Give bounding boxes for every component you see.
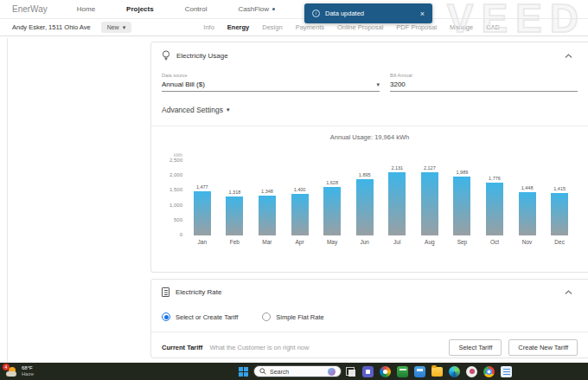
notification-badge: 4: [3, 364, 10, 370]
usage-bar: [291, 194, 309, 235]
bar-value-label: 1,477: [196, 184, 208, 190]
bar-value-label: 2,127: [424, 165, 436, 171]
photos-icon[interactable]: [380, 366, 391, 377]
calculator-icon[interactable]: [414, 366, 425, 377]
create-new-tariff-button[interactable]: Create New Tariff: [508, 339, 578, 356]
x-axis-tick: Aug: [425, 239, 435, 247]
usage-bar: [551, 193, 568, 235]
taskbar-search-input[interactable]: Search: [253, 365, 342, 377]
usage-bar: [356, 179, 374, 235]
status-dropdown[interactable]: New ▾: [101, 22, 132, 33]
bill-annual-input[interactable]: 3200: [390, 81, 578, 92]
tariff-mode-radios: Select or Create Tariff Simple Flat Rate: [151, 301, 588, 332]
data-source-field: Data source Annual Bill ($) ▾: [162, 73, 380, 92]
edge-icon[interactable]: [449, 366, 460, 377]
rate-card-header: Electricity Rate: [151, 280, 588, 301]
customer-bar: Andy Esker, 1511 Ohio Ave New ▾ InfoEner…: [0, 19, 588, 36]
electricity-rate-card: Electricity Rate Select or Create Tariff…: [150, 279, 588, 358]
x-axis-tick: Nov: [522, 239, 533, 247]
y-axis-tick: 1,500: [169, 187, 182, 192]
bill-annual-label: Bill Annual: [390, 73, 578, 78]
x-axis-tick: Oct: [490, 239, 499, 247]
chevron-up-icon[interactable]: [565, 290, 572, 295]
tab-online-proposal[interactable]: Online Proposal: [337, 23, 383, 31]
radio-select-or-create-tariff[interactable]: Select or Create Tariff: [162, 312, 238, 321]
bar-value-label: 2,131: [391, 165, 403, 171]
radio-label: Select or Create Tariff: [176, 313, 238, 321]
customer-name: Andy Esker, 1511 Ohio Ave: [12, 23, 91, 31]
x-axis-tick: Mar: [262, 239, 272, 247]
usage-bar: [388, 172, 406, 235]
current-tariff-row: Current Tariff What the Customer is on r…: [151, 332, 588, 356]
bar-column: 1,448Nov: [511, 165, 544, 247]
weather-temperature: 68°F: [22, 365, 34, 371]
data-source-value: Annual Bill ($): [162, 81, 205, 88]
weather-description: Haze: [22, 371, 34, 377]
chart-plot: 1,477Jan1,318Feb1,348Mar1,400Apr1,628May…: [186, 165, 576, 247]
chrome-icon[interactable]: [483, 366, 495, 377]
task-view-icon[interactable]: [345, 366, 356, 377]
nav-item-control[interactable]: Control: [185, 5, 208, 13]
tab-manage[interactable]: Manage: [450, 23, 473, 31]
radio-simple-flat-rate[interactable]: Simple Flat Rate: [262, 312, 323, 321]
snipping-tool-icon[interactable]: [466, 366, 477, 377]
y-axis-tick: 2,000: [169, 172, 182, 177]
lightbulb-icon: [162, 50, 170, 61]
bar-column: 1,628May: [316, 165, 348, 247]
toast-close-icon[interactable]: ×: [420, 10, 425, 18]
receipt-icon: [162, 287, 169, 297]
toast-notification: i Data updated ×: [304, 3, 432, 23]
file-explorer-icon[interactable]: [431, 367, 443, 377]
notepad-icon[interactable]: [501, 366, 512, 377]
x-axis-tick: Sep: [457, 239, 468, 247]
chevron-up-icon[interactable]: [565, 54, 572, 59]
usage-bar: [259, 196, 276, 235]
teams-icon[interactable]: [362, 366, 374, 377]
x-axis-tick: Jan: [198, 239, 207, 247]
app-window: EnerWay HomeProjectsControlCashFlow Andy…: [0, 0, 588, 380]
chevron-down-icon: ▾: [227, 106, 230, 113]
nav-item-projects[interactable]: Projects: [126, 5, 154, 13]
tab-energy[interactable]: Energy: [227, 23, 249, 31]
tab-payments[interactable]: Payments: [296, 23, 324, 31]
data-source-select[interactable]: Annual Bill ($) ▾: [162, 81, 380, 92]
tab-cad[interactable]: CAD: [486, 23, 500, 31]
status-dropdown-label: New: [107, 24, 119, 30]
usage-card-header: Electricity Usage: [151, 42, 588, 66]
nav-item-cashflow[interactable]: CashFlow: [238, 5, 275, 13]
app-logo[interactable]: EnerWay: [12, 4, 48, 14]
main-nav: HomeProjectsControlCashFlow: [77, 5, 306, 13]
tab-info[interactable]: Info: [203, 23, 214, 31]
electricity-usage-card: Electricity Usage Data source Annual Bil…: [150, 42, 588, 273]
usage-bar: [519, 192, 536, 235]
tab-design[interactable]: Design: [262, 23, 282, 31]
bar-value-label: 1,448: [521, 185, 534, 190]
windows-start-icon[interactable]: [239, 367, 248, 377]
x-axis-tick: Apr: [295, 239, 304, 247]
calendar-icon[interactable]: [397, 366, 408, 377]
radio-icon: [262, 312, 271, 321]
bar-column: 1,776Oct: [478, 165, 511, 247]
current-tariff-label: Current Tariff: [162, 344, 202, 351]
advanced-settings-toggle[interactable]: Advanced Settings ▾: [151, 92, 588, 126]
bill-annual-field: Bill Annual 3200: [390, 73, 578, 92]
chart-title: Annual Usage: 19,964 kWh: [151, 133, 588, 141]
y-axis-tick: 1,000: [169, 203, 182, 208]
data-source-label: Data source: [162, 73, 380, 78]
bar-column: 2,127Aug: [413, 165, 446, 247]
tab-pdf-proposal[interactable]: PDF Proposal: [396, 23, 437, 31]
weather-widget[interactable]: 4 68°F Haze: [5, 365, 34, 377]
search-highlight-icon: [328, 368, 336, 376]
nav-item-home[interactable]: Home: [77, 5, 95, 13]
usage-bar: [486, 183, 503, 235]
bar-column: 1,400Apr: [284, 165, 316, 247]
bar-value-label: 1,895: [359, 172, 371, 177]
bar-column: 1,895Jun: [348, 165, 381, 247]
bar-value-label: 1,776: [489, 176, 501, 181]
y-axis-tick: 0: [180, 232, 182, 237]
rate-card-title: Electricity Rate: [176, 288, 221, 296]
current-tariff-hint: What the Customer is on right now: [209, 344, 309, 351]
bar-value-label: 1,989: [457, 170, 469, 175]
select-tariff-button[interactable]: Select Tariff: [449, 339, 502, 356]
bar-value-label: 1,318: [228, 190, 240, 195]
